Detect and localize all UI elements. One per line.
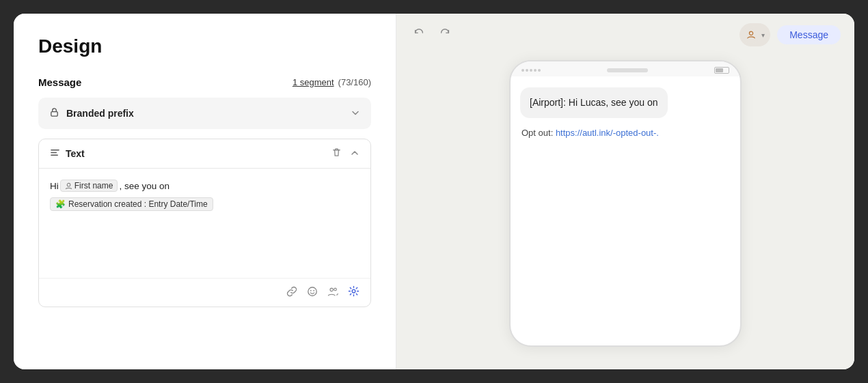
text-block-toolbar [39,278,370,307]
battery-icon [714,67,729,74]
message-line-2: 🧩 Reservation created : Entry Date/Time [50,197,360,211]
svg-point-3 [310,289,312,291]
text-icon [50,147,60,160]
svg-point-8 [750,31,753,35]
firstname-chip-label: First name [74,181,113,190]
top-bar: ▾ Message [396,14,854,53]
avatar-caret-icon: ▾ [761,31,765,39]
svg-point-1 [67,183,70,186]
nav-controls [410,26,454,44]
chevron-down-icon [351,108,360,119]
text-block: Text Hi [38,139,371,307]
section-label: Message [38,76,81,88]
link-icon[interactable] [286,286,297,300]
section-header: Message 1 segment (73/160) [38,76,371,88]
text-block-header: Text [39,139,370,169]
gear-icon[interactable] [348,285,360,300]
avatar [742,26,760,44]
dynamic-chip-icon: 🧩 [55,199,66,209]
left-panel: Design Message 1 segment (73/160) Brande… [14,14,396,369]
status-bar-right [714,67,729,74]
delete-icon[interactable] [331,147,342,160]
message-line-1: Hi First name , see you on [50,180,360,192]
svg-point-2 [308,287,316,295]
phone-area: [Airport]: Hi Lucas, see you on Opt out:… [396,53,854,369]
segment-link[interactable]: 1 segment [293,77,334,87]
signal-dot-1 [521,69,524,72]
segment-count: (73/160) [338,77,371,87]
svg-point-7 [352,289,355,293]
dynamic-chip-label: Reservation created : Entry Date/Time [68,199,208,209]
opt-out-prefix: Opt out: [521,128,556,138]
page-title: Design [38,36,371,57]
avatar-dropdown[interactable]: ▾ [740,23,770,46]
main-container: Design Message 1 segment (73/160) Brande… [14,14,854,369]
signal-dot-5 [538,69,541,72]
svg-rect-0 [51,112,57,117]
signal-dot-2 [526,69,528,72]
top-bar-right: ▾ Message [740,23,841,46]
branded-prefix-left: Branded prefix [49,107,134,119]
branded-prefix-label: Branded prefix [66,108,134,119]
signal-indicator [521,69,541,72]
branded-prefix-card[interactable]: Branded prefix [38,98,371,129]
people-icon[interactable] [327,286,338,300]
opt-out-link[interactable]: https://autl.ink/-opted-out-. [556,128,659,138]
svg-point-4 [313,289,314,291]
sms-text: [Airport]: Hi Lucas, see you on [530,97,658,108]
message-prefix: Hi [50,181,59,191]
battery-fill [716,68,723,72]
opt-out-message: Opt out: https://autl.ink/-opted-out-. [520,128,731,138]
emoji-icon[interactable] [307,286,318,300]
svg-point-5 [330,288,333,291]
text-block-body[interactable]: Hi First name , see you on 🧩 Reservation… [39,169,370,278]
signal-dot-4 [534,69,537,72]
sms-bubble: [Airport]: Hi Lucas, see you on [520,87,668,118]
right-panel: ▾ Message [396,14,854,369]
text-block-label: Text [66,148,85,159]
undo-button[interactable] [410,26,428,44]
segment-info: 1 segment (73/160) [293,77,371,87]
signal-dot-3 [530,69,532,72]
lock-icon [49,107,59,119]
phone-mockup: [Airport]: Hi Lucas, see you on Opt out:… [509,60,742,347]
text-block-header-right [331,147,360,160]
redo-button[interactable] [436,26,454,44]
phone-content: [Airport]: Hi Lucas, see you on Opt out:… [511,76,740,345]
collapse-icon[interactable] [350,148,360,160]
message-suffix: , see you on [119,181,169,191]
svg-point-6 [334,288,337,291]
dynamic-variable-chip[interactable]: 🧩 Reservation created : Entry Date/Time [50,197,213,211]
status-bar-center [607,68,648,72]
phone-status-bar [511,61,740,76]
text-block-header-left: Text [50,147,85,160]
message-button[interactable]: Message [777,25,841,44]
firstname-variable-chip[interactable]: First name [60,180,118,192]
